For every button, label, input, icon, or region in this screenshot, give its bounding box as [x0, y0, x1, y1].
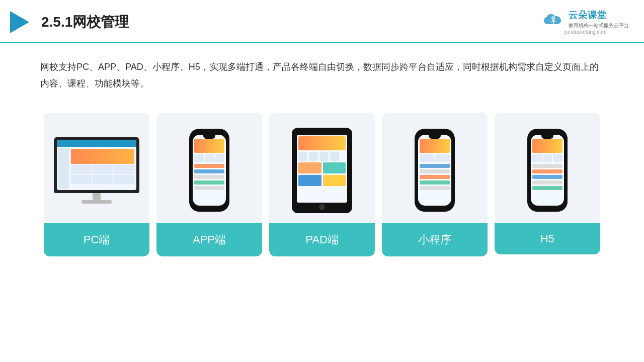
tablet-grid [298, 162, 346, 186]
phone-device-h5 [527, 129, 568, 212]
play-icon [10, 11, 29, 33]
tablet-home-btn [319, 204, 325, 210]
phone-row-h5 [532, 186, 562, 190]
pc-device [54, 137, 139, 204]
card-label-pc: PC端 [44, 223, 149, 256]
screen-card-5 [93, 175, 113, 184]
card-image-miniapp [382, 113, 488, 223]
card-label-h5: H5 [495, 223, 600, 254]
logo-name: 云朵课堂 [569, 9, 629, 21]
card-pc: PC端 [44, 113, 149, 256]
card-label-miniapp: 小程序 [382, 223, 488, 256]
screen-navbar [57, 140, 136, 147]
screen-card-6 [114, 175, 134, 184]
phone-notch-3 [541, 135, 553, 139]
phone-screen-h5 [531, 135, 564, 206]
screen-card-4 [71, 175, 92, 184]
page-title: 2.5.1网校管理 [41, 13, 129, 32]
card-image-h5 [495, 113, 600, 223]
card-pad: PAD端 [269, 113, 375, 256]
tablet-icon-2 [309, 152, 318, 161]
cloud-icon [541, 11, 566, 27]
phone-banner-2 [420, 139, 450, 153]
phone-row-m2 [420, 169, 450, 173]
phone-row-2 [194, 169, 224, 173]
phone-nav-m1 [420, 154, 434, 162]
description-text: 网校支持PC、APP、PAD、小程序、H5，实现多端打通，产品各终端自由切换，数… [0, 43, 644, 98]
phone-row-h4 [532, 180, 562, 185]
card-miniapp: 小程序 [382, 113, 488, 256]
tablet-icon-4 [330, 152, 339, 161]
phone-nav-h2 [543, 154, 552, 162]
phone-content-3 [532, 164, 562, 190]
phone-nav-row-3 [532, 154, 562, 162]
screen-card-2 [93, 165, 113, 174]
logo-text: 云朵课堂 教育机构一站式服务云平台 [569, 9, 629, 29]
tablet-grid-1 [298, 162, 321, 173]
logo-area: 云朵课堂 教育机构一站式服务云平台 yunduoketang.com [541, 9, 629, 35]
tablet-nav-icons [298, 152, 346, 161]
tablet-icon-1 [298, 152, 307, 161]
phone-nav-3 [215, 154, 224, 162]
tablet-screen [297, 135, 347, 203]
cards-container: PC端 [0, 98, 644, 272]
tablet-screen-content [297, 136, 347, 203]
phone-screen-miniapp [418, 135, 451, 206]
svg-point-0 [551, 16, 555, 20]
screen-card-3 [114, 165, 134, 174]
screen-main [70, 148, 135, 189]
phone-row-m4 [420, 180, 450, 185]
logo-url: yunduoketang.com [564, 29, 607, 35]
phone-row-h1 [532, 164, 562, 168]
screen-banner [71, 149, 134, 164]
screen-content [57, 140, 136, 190]
card-h5: H5 [495, 113, 600, 254]
monitor-outer [54, 137, 139, 193]
phone-screen-app [193, 135, 226, 206]
header-left: 2.5.1网校管理 [10, 11, 129, 33]
phone-row-h2 [532, 169, 562, 173]
phone-screen-content [193, 135, 226, 206]
phone-row-m1 [420, 164, 450, 168]
phone-row-5 [194, 186, 224, 190]
screen-cards-row-2 [71, 175, 134, 184]
screen-cards-row [71, 165, 134, 174]
phone-device-app [189, 129, 229, 212]
tablet-grid-4 [323, 175, 346, 186]
card-label-pad: PAD端 [269, 223, 375, 256]
phone-row-h3 [532, 175, 562, 179]
monitor-screen [57, 140, 136, 190]
phone-notch [203, 135, 215, 139]
phone-content [194, 164, 224, 190]
phone-row-1 [194, 164, 224, 168]
phone-screen-content-3 [531, 135, 564, 206]
phone-banner-3 [532, 139, 562, 153]
header: 2.5.1网校管理 云朵课堂 教育机构一站式服务云平台 yunduoketang… [0, 0, 644, 43]
monitor-base [82, 200, 112, 204]
tablet-device [292, 128, 352, 213]
tablet-banner [298, 136, 346, 150]
screen-card-1 [71, 165, 92, 174]
phone-device-miniapp [415, 129, 455, 212]
tablet-grid-3 [298, 175, 321, 186]
card-label-app: APP端 [156, 223, 262, 256]
phone-notch-2 [429, 135, 441, 139]
card-image-pad [269, 113, 375, 223]
phone-nav-row [194, 154, 224, 162]
card-image-pc [44, 113, 149, 223]
phone-nav-m2 [435, 154, 450, 162]
phone-row-m3 [420, 175, 450, 179]
phone-row-4 [194, 180, 224, 185]
phone-nav-1 [194, 154, 204, 162]
phone-banner [194, 139, 224, 153]
card-app: APP端 [156, 113, 262, 256]
phone-nav-h3 [553, 154, 562, 162]
screen-sidebar [58, 148, 69, 189]
phone-nav-2 [205, 154, 214, 162]
tablet-grid-2 [323, 162, 346, 173]
phone-row-3 [194, 175, 224, 179]
phone-content-2 [420, 164, 450, 190]
tablet-icon-3 [319, 152, 329, 161]
phone-row-m5 [420, 186, 450, 190]
monitor-neck [93, 193, 101, 200]
